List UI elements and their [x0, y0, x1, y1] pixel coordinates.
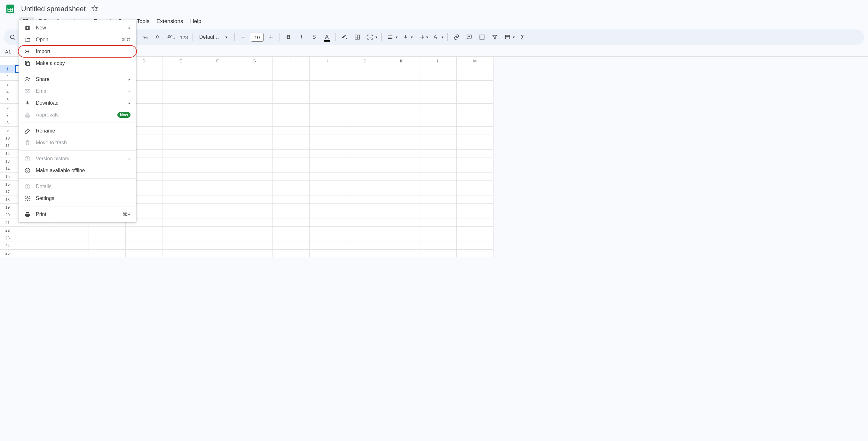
cell[interactable]	[236, 196, 273, 204]
cell[interactable]	[383, 211, 420, 219]
cell[interactable]	[199, 180, 236, 188]
cell[interactable]	[199, 234, 236, 242]
cell[interactable]	[310, 242, 346, 249]
cell[interactable]	[199, 249, 236, 257]
cell[interactable]	[199, 157, 236, 165]
cell[interactable]	[236, 227, 273, 234]
cell[interactable]	[457, 104, 494, 111]
cell[interactable]	[199, 65, 236, 73]
cell[interactable]	[457, 150, 494, 157]
cell[interactable]	[199, 219, 236, 227]
cell[interactable]	[162, 219, 199, 227]
cell[interactable]	[199, 127, 236, 135]
cell[interactable]	[457, 88, 494, 96]
cell[interactable]	[346, 135, 383, 142]
cell[interactable]	[457, 211, 494, 219]
cell[interactable]	[273, 180, 310, 188]
cell[interactable]	[346, 165, 383, 173]
cell[interactable]	[199, 142, 236, 150]
cell[interactable]	[162, 227, 199, 234]
functions-button[interactable]: Σ	[517, 32, 528, 42]
v-align-button[interactable]: ▼	[400, 32, 413, 42]
col-header-L[interactable]: L	[420, 57, 457, 65]
cell[interactable]	[383, 96, 420, 104]
row-header[interactable]: 19	[0, 204, 16, 211]
cell[interactable]	[457, 219, 494, 227]
row-header[interactable]: 11	[0, 142, 16, 150]
cell[interactable]	[162, 142, 199, 150]
cell[interactable]	[383, 142, 420, 150]
cell[interactable]	[346, 196, 383, 204]
cell[interactable]	[199, 96, 236, 104]
cell[interactable]	[310, 180, 346, 188]
row-header[interactable]: 17	[0, 188, 16, 196]
col-header-I[interactable]: I	[310, 57, 346, 65]
cell[interactable]	[457, 127, 494, 135]
doc-title[interactable]: Untitled spreadsheet	[19, 4, 88, 14]
cell[interactable]	[383, 157, 420, 165]
row-header[interactable]: 4	[0, 88, 16, 96]
cell[interactable]	[273, 219, 310, 227]
cell[interactable]	[199, 211, 236, 219]
row-header[interactable]: 3	[0, 81, 16, 88]
col-header-H[interactable]: H	[273, 57, 310, 65]
cell[interactable]	[420, 127, 457, 135]
cell[interactable]	[420, 234, 457, 242]
cell[interactable]	[346, 219, 383, 227]
cell[interactable]	[310, 204, 346, 211]
row-header[interactable]: 10	[0, 135, 16, 142]
cell[interactable]	[52, 227, 89, 234]
cell[interactable]	[199, 204, 236, 211]
menu-tools[interactable]: Tools	[134, 17, 153, 26]
cell[interactable]	[236, 111, 273, 119]
insert-link-button[interactable]	[451, 32, 462, 42]
cell[interactable]	[126, 234, 162, 242]
cell[interactable]	[162, 127, 199, 135]
cell[interactable]	[162, 65, 199, 73]
cell[interactable]	[162, 234, 199, 242]
cell[interactable]	[346, 150, 383, 157]
cell[interactable]	[383, 150, 420, 157]
cell[interactable]	[236, 81, 273, 88]
cell[interactable]	[273, 242, 310, 249]
cell[interactable]	[236, 219, 273, 227]
cell[interactable]	[236, 104, 273, 111]
cell[interactable]	[383, 73, 420, 81]
cell[interactable]	[346, 88, 383, 96]
cell[interactable]	[236, 73, 273, 81]
cell[interactable]	[420, 65, 457, 73]
cell[interactable]	[310, 196, 346, 204]
cell[interactable]	[457, 173, 494, 180]
cell[interactable]	[199, 119, 236, 127]
insert-comment-button[interactable]	[464, 32, 475, 42]
increase-font-button[interactable]	[266, 32, 276, 42]
cell[interactable]	[236, 249, 273, 257]
file-menu-import[interactable]: Import	[19, 46, 136, 57]
cell[interactable]	[346, 104, 383, 111]
cell[interactable]	[457, 119, 494, 127]
file-menu-open[interactable]: Open⌘O	[19, 34, 136, 46]
decrease-decimal-button[interactable]: .0←	[153, 32, 164, 42]
cell[interactable]	[310, 96, 346, 104]
cell[interactable]	[420, 188, 457, 196]
cell[interactable]	[162, 180, 199, 188]
cell[interactable]	[310, 65, 346, 73]
row-header[interactable]: 22	[0, 227, 16, 234]
cell[interactable]	[162, 249, 199, 257]
col-header-J[interactable]: J	[346, 57, 383, 65]
cell[interactable]	[273, 119, 310, 127]
cell[interactable]	[162, 73, 199, 81]
cell[interactable]	[273, 81, 310, 88]
file-menu-print[interactable]: Print⌘P	[19, 208, 136, 220]
cell[interactable]	[310, 165, 346, 173]
cell[interactable]	[346, 65, 383, 73]
cell[interactable]	[457, 180, 494, 188]
cell[interactable]	[420, 196, 457, 204]
cell[interactable]	[236, 150, 273, 157]
merge-button[interactable]: ▼	[365, 32, 378, 42]
more-formats-button[interactable]: 123	[179, 32, 189, 42]
cell[interactable]	[199, 81, 236, 88]
cell[interactable]	[383, 119, 420, 127]
cell[interactable]	[126, 227, 162, 234]
font-family-select[interactable]: Defaul…▼	[196, 34, 231, 40]
